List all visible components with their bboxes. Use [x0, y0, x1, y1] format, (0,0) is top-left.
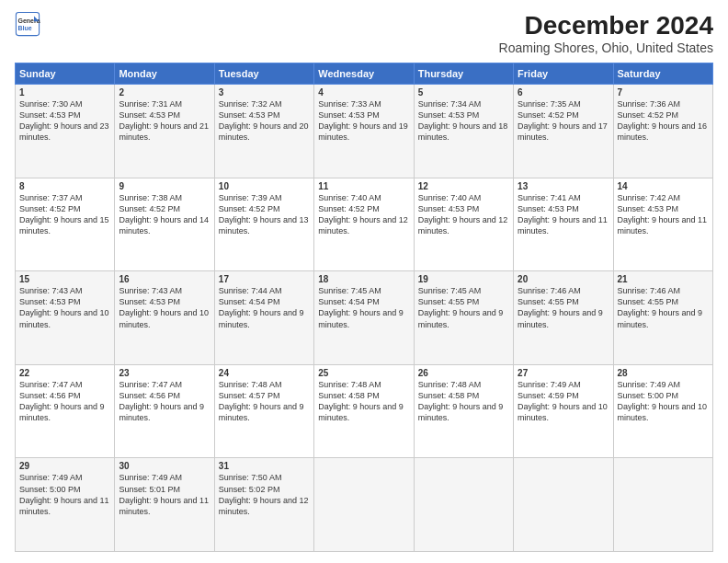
day-info: Sunrise: 7:45 AMSunset: 4:54 PMDaylight:… [318, 286, 404, 328]
calendar-day-cell: 18Sunrise: 7:45 AMSunset: 4:54 PMDayligh… [314, 271, 414, 365]
calendar-day-cell: 2Sunrise: 7:31 AMSunset: 4:53 PMDaylight… [115, 85, 214, 178]
day-info: Sunrise: 7:40 AMSunset: 4:52 PMDaylight:… [318, 193, 408, 236]
calendar-day-cell: 5Sunrise: 7:34 AMSunset: 4:53 PMDaylight… [414, 85, 513, 178]
calendar-day-cell: 25Sunrise: 7:48 AMSunset: 4:58 PMDayligh… [314, 364, 414, 458]
day-number: 20 [518, 274, 609, 284]
day-number: 16 [119, 274, 210, 284]
calendar-day-cell: 13Sunrise: 7:41 AMSunset: 4:53 PMDayligh… [514, 178, 613, 271]
day-info: Sunrise: 7:34 AMSunset: 4:53 PMDaylight:… [418, 99, 508, 142]
calendar-body: 1Sunrise: 7:30 AMSunset: 4:53 PMDaylight… [16, 85, 713, 552]
day-number: 1 [19, 87, 110, 98]
day-info: Sunrise: 7:47 AMSunset: 4:56 PMDaylight:… [19, 380, 105, 422]
weekday-header-cell: Monday [115, 63, 214, 85]
calendar-day-cell: 12Sunrise: 7:40 AMSunset: 4:53 PMDayligh… [414, 178, 513, 271]
weekday-header-cell: Thursday [414, 63, 513, 85]
calendar-day-cell: 17Sunrise: 7:44 AMSunset: 4:54 PMDayligh… [214, 271, 313, 365]
day-number: 8 [19, 181, 110, 191]
day-number: 17 [219, 274, 310, 284]
main-title: December 2024 [499, 11, 713, 40]
calendar-table: SundayMondayTuesdayWednesdayThursdayFrid… [15, 63, 713, 552]
calendar-day-cell: 7Sunrise: 7:36 AMSunset: 4:52 PMDaylight… [613, 85, 712, 178]
calendar-day-cell [414, 458, 513, 552]
day-info: Sunrise: 7:47 AMSunset: 4:56 PMDaylight:… [119, 380, 204, 422]
calendar-day-cell: 1Sunrise: 7:30 AMSunset: 4:53 PMDaylight… [16, 85, 115, 178]
day-info: Sunrise: 7:44 AMSunset: 4:54 PMDaylight:… [219, 286, 304, 328]
subtitle: Roaming Shores, Ohio, United States [499, 40, 713, 55]
calendar-day-cell: 8Sunrise: 7:37 AMSunset: 4:52 PMDaylight… [16, 178, 115, 271]
weekday-header-cell: Tuesday [214, 63, 313, 85]
day-info: Sunrise: 7:32 AMSunset: 4:53 PMDaylight:… [219, 99, 309, 142]
calendar-week-row: 1Sunrise: 7:30 AMSunset: 4:53 PMDaylight… [16, 85, 713, 178]
day-info: Sunrise: 7:48 AMSunset: 4:58 PMDaylight:… [318, 380, 404, 422]
day-number: 27 [518, 368, 609, 378]
day-number: 26 [418, 368, 509, 378]
calendar-day-cell [613, 458, 712, 552]
day-number: 14 [618, 181, 709, 191]
day-number: 3 [219, 87, 310, 98]
day-number: 13 [518, 181, 609, 191]
day-info: Sunrise: 7:48 AMSunset: 4:58 PMDaylight:… [418, 380, 504, 422]
calendar-day-cell [514, 458, 613, 552]
calendar-day-cell [314, 458, 414, 552]
weekday-header-cell: Saturday [613, 63, 712, 85]
calendar-day-cell: 9Sunrise: 7:38 AMSunset: 4:52 PMDaylight… [115, 178, 214, 271]
logo-icon: General Blue [15, 11, 40, 37]
day-number: 31 [219, 461, 310, 471]
day-info: Sunrise: 7:43 AMSunset: 4:53 PMDaylight:… [19, 286, 109, 328]
day-number: 9 [119, 181, 210, 191]
weekday-header-cell: Wednesday [314, 63, 414, 85]
calendar-day-cell: 6Sunrise: 7:35 AMSunset: 4:52 PMDaylight… [514, 85, 613, 178]
day-info: Sunrise: 7:35 AMSunset: 4:52 PMDaylight:… [518, 99, 608, 142]
day-info: Sunrise: 7:39 AMSunset: 4:52 PMDaylight:… [219, 193, 309, 236]
day-info: Sunrise: 7:38 AMSunset: 4:52 PMDaylight:… [119, 193, 209, 236]
calendar-day-cell: 27Sunrise: 7:49 AMSunset: 4:59 PMDayligh… [514, 364, 613, 458]
day-info: Sunrise: 7:40 AMSunset: 4:53 PMDaylight:… [418, 193, 508, 236]
day-number: 22 [19, 368, 110, 378]
calendar-day-cell: 20Sunrise: 7:46 AMSunset: 4:55 PMDayligh… [514, 271, 613, 365]
day-info: Sunrise: 7:50 AMSunset: 5:02 PMDaylight:… [219, 473, 309, 515]
svg-text:Blue: Blue [18, 25, 32, 31]
calendar-day-cell: 3Sunrise: 7:32 AMSunset: 4:53 PMDaylight… [214, 85, 313, 178]
calendar-day-cell: 21Sunrise: 7:46 AMSunset: 4:55 PMDayligh… [613, 271, 712, 365]
day-info: Sunrise: 7:43 AMSunset: 4:53 PMDaylight:… [119, 286, 209, 328]
weekday-header-cell: Sunday [16, 63, 115, 85]
calendar-day-cell: 26Sunrise: 7:48 AMSunset: 4:58 PMDayligh… [414, 364, 513, 458]
day-number: 12 [418, 181, 509, 191]
logo: General Blue [15, 11, 40, 37]
day-info: Sunrise: 7:33 AMSunset: 4:53 PMDaylight:… [318, 99, 408, 142]
day-info: Sunrise: 7:49 AMSunset: 4:59 PMDaylight:… [518, 380, 608, 422]
day-info: Sunrise: 7:45 AMSunset: 4:55 PMDaylight:… [418, 286, 504, 328]
weekday-header-cell: Friday [514, 63, 613, 85]
day-number: 6 [518, 87, 609, 98]
calendar-day-cell: 23Sunrise: 7:47 AMSunset: 4:56 PMDayligh… [115, 364, 214, 458]
day-info: Sunrise: 7:36 AMSunset: 4:52 PMDaylight:… [618, 99, 708, 142]
day-info: Sunrise: 7:49 AMSunset: 5:00 PMDaylight:… [618, 380, 708, 422]
calendar-day-cell: 24Sunrise: 7:48 AMSunset: 4:57 PMDayligh… [214, 364, 313, 458]
calendar-day-cell: 15Sunrise: 7:43 AMSunset: 4:53 PMDayligh… [16, 271, 115, 365]
calendar-day-cell: 29Sunrise: 7:49 AMSunset: 5:00 PMDayligh… [16, 458, 115, 552]
day-number: 29 [19, 461, 110, 471]
day-info: Sunrise: 7:49 AMSunset: 5:00 PMDaylight:… [19, 473, 109, 515]
svg-rect-0 [16, 12, 39, 35]
day-info: Sunrise: 7:30 AMSunset: 4:53 PMDaylight:… [19, 99, 109, 142]
calendar-day-cell: 30Sunrise: 7:49 AMSunset: 5:01 PMDayligh… [115, 458, 214, 552]
day-number: 28 [618, 368, 709, 378]
calendar-day-cell: 10Sunrise: 7:39 AMSunset: 4:52 PMDayligh… [214, 178, 313, 271]
calendar-day-cell: 16Sunrise: 7:43 AMSunset: 4:53 PMDayligh… [115, 271, 214, 365]
header: General Blue December 2024 Roaming Shore… [15, 11, 713, 55]
calendar-day-cell: 4Sunrise: 7:33 AMSunset: 4:53 PMDaylight… [314, 85, 414, 178]
day-number: 11 [318, 181, 409, 191]
day-number: 25 [318, 368, 409, 378]
calendar-day-cell: 11Sunrise: 7:40 AMSunset: 4:52 PMDayligh… [314, 178, 414, 271]
weekday-header-row: SundayMondayTuesdayWednesdayThursdayFrid… [16, 63, 713, 85]
day-number: 10 [219, 181, 310, 191]
day-info: Sunrise: 7:49 AMSunset: 5:01 PMDaylight:… [119, 473, 209, 515]
day-info: Sunrise: 7:46 AMSunset: 4:55 PMDaylight:… [618, 286, 703, 328]
calendar-day-cell: 14Sunrise: 7:42 AMSunset: 4:53 PMDayligh… [613, 178, 712, 271]
day-info: Sunrise: 7:46 AMSunset: 4:55 PMDaylight:… [518, 286, 603, 328]
day-number: 24 [219, 368, 310, 378]
calendar-week-row: 8Sunrise: 7:37 AMSunset: 4:52 PMDaylight… [16, 178, 713, 271]
day-number: 30 [119, 461, 210, 471]
day-number: 21 [618, 274, 709, 284]
day-number: 5 [418, 87, 509, 98]
